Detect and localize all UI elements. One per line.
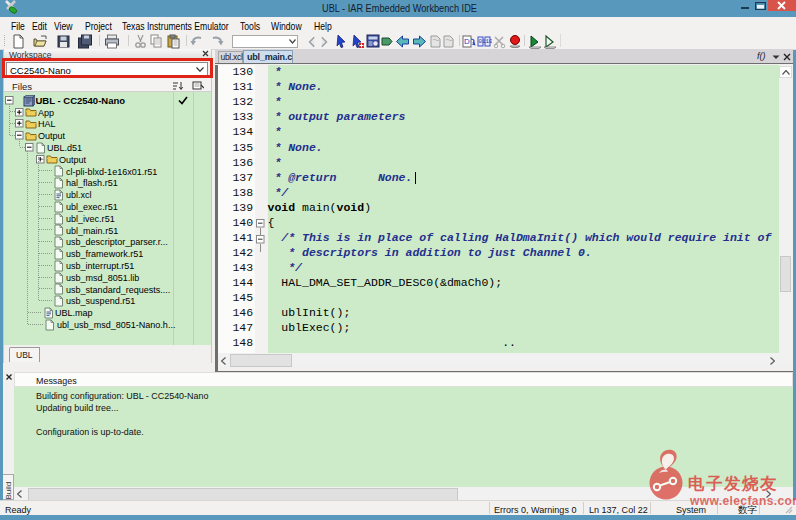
svg-text:D: D	[464, 37, 470, 46]
